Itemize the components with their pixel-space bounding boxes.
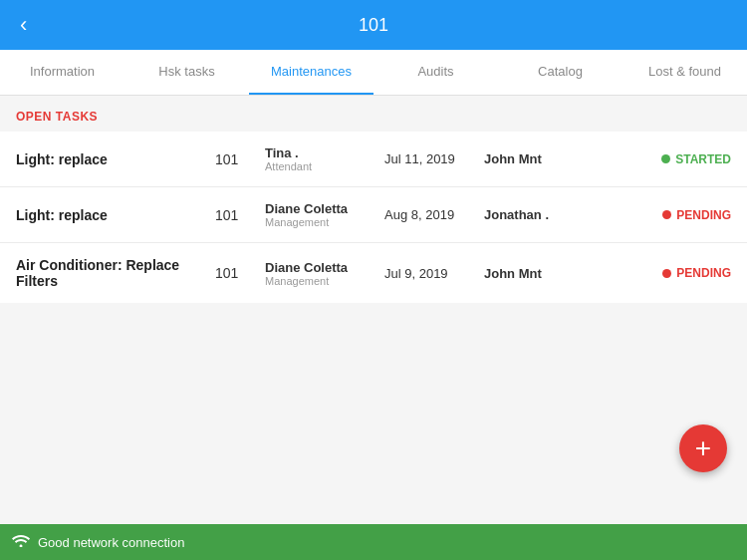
task-person-name: Diane Coletta xyxy=(265,260,384,275)
task-status: STARTED xyxy=(584,152,731,166)
wifi-icon xyxy=(12,533,30,551)
task-status: PENDING xyxy=(584,266,731,280)
task-person: Diane Coletta Management xyxy=(265,201,384,228)
tab-hsk-tasks[interactable]: Hsk tasks xyxy=(124,50,249,95)
task-person: Tina . Attendant xyxy=(265,145,384,172)
top-bar: ‹ 101 xyxy=(0,0,747,50)
task-date: Jul 11, 2019 xyxy=(384,151,484,166)
tab-information[interactable]: Information xyxy=(0,50,124,95)
status-dot xyxy=(662,269,671,278)
status-text: PENDING xyxy=(676,208,731,222)
section-title: OPEN TASKS xyxy=(0,96,747,132)
tasks-list: Light: replace 101 Tina . Attendant Jul … xyxy=(0,132,747,303)
task-name: Light: replace xyxy=(16,151,215,167)
network-status-text: Good network connection xyxy=(38,535,184,550)
task-room: 101 xyxy=(215,265,265,281)
table-row[interactable]: Light: replace 101 Diane Coletta Managem… xyxy=(0,187,747,243)
task-date: Aug 8, 2019 xyxy=(384,207,484,222)
status-bar: Good network connection xyxy=(0,524,747,560)
task-date: Jul 9, 2019 xyxy=(384,266,484,281)
table-row[interactable]: Air Conditioner: Replace Filters 101 Dia… xyxy=(0,243,747,303)
tab-navigation: Information Hsk tasks Maintenances Audit… xyxy=(0,50,747,96)
table-row[interactable]: Light: replace 101 Tina . Attendant Jul … xyxy=(0,132,747,187)
task-assignee: Jonathan . xyxy=(484,207,584,222)
task-assignee: John Mnt xyxy=(484,266,584,281)
page-title: 101 xyxy=(359,15,388,36)
task-person-name: Tina . xyxy=(265,145,384,160)
task-person-name: Diane Coletta xyxy=(265,201,384,216)
tab-audits[interactable]: Audits xyxy=(374,50,498,95)
task-person-role: Management xyxy=(265,275,384,287)
status-text: STARTED xyxy=(675,152,731,166)
task-status: PENDING xyxy=(584,208,731,222)
task-name: Light: replace xyxy=(16,207,215,223)
status-dot xyxy=(661,154,670,163)
task-person: Diane Coletta Management xyxy=(265,260,384,287)
task-person-role: Management xyxy=(265,216,384,228)
tab-lost-found[interactable]: Lost & found xyxy=(622,50,747,95)
task-room: 101 xyxy=(215,151,265,167)
content-area: OPEN TASKS Light: replace 101 Tina . Att… xyxy=(0,96,747,524)
status-dot xyxy=(662,210,671,219)
tab-catalog[interactable]: Catalog xyxy=(498,50,622,95)
back-button[interactable]: ‹ xyxy=(12,8,35,42)
tab-maintenances[interactable]: Maintenances xyxy=(249,50,374,95)
task-name: Air Conditioner: Replace Filters xyxy=(16,257,215,289)
task-room: 101 xyxy=(215,207,265,223)
task-assignee: John Mnt xyxy=(484,151,584,166)
task-person-role: Attendant xyxy=(265,160,384,172)
status-text: PENDING xyxy=(676,266,731,280)
add-task-button[interactable]: + xyxy=(679,424,727,472)
